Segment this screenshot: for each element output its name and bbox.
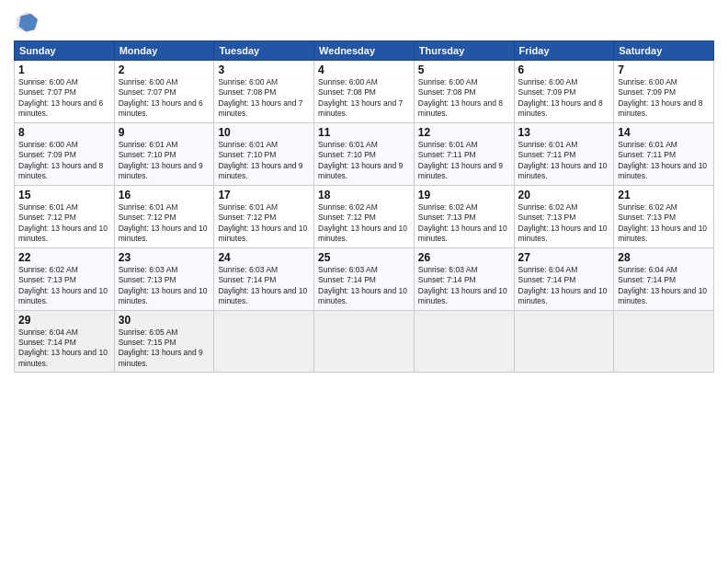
day-info: Sunrise: 6:03 AMSunset: 7:14 PMDaylight:… <box>218 265 310 307</box>
day-number: 9 <box>119 126 210 139</box>
day-info: Sunrise: 6:01 AMSunset: 7:10 PMDaylight:… <box>119 140 210 182</box>
day-number: 26 <box>418 251 510 264</box>
day-number: 2 <box>119 63 210 76</box>
day-number: 27 <box>518 251 610 264</box>
day-number: 30 <box>119 314 210 327</box>
calendar-day-cell <box>514 310 614 373</box>
day-number: 17 <box>218 189 310 201</box>
calendar-day-cell: 4Sunrise: 6:00 AMSunset: 7:08 PMDaylight… <box>314 61 415 123</box>
day-header-thursday: Thursday <box>414 41 514 61</box>
calendar-day-cell: 2Sunrise: 6:00 AMSunset: 7:07 PMDaylight… <box>114 61 214 123</box>
day-info: Sunrise: 6:04 AMSunset: 7:14 PMDaylight:… <box>618 265 710 307</box>
day-number: 20 <box>518 189 610 201</box>
day-info: Sunrise: 6:01 AMSunset: 7:12 PMDaylight:… <box>119 202 210 245</box>
logo <box>14 9 43 35</box>
day-info: Sunrise: 6:00 AMSunset: 7:08 PMDaylight:… <box>318 77 410 120</box>
day-info: Sunrise: 6:00 AMSunset: 7:07 PMDaylight:… <box>119 77 210 120</box>
day-header-friday: Friday <box>514 41 614 61</box>
calendar-day-cell <box>414 310 514 373</box>
calendar: SundayMondayTuesdayWednesdayThursdayFrid… <box>14 40 714 373</box>
calendar-day-cell: 27Sunrise: 6:04 AMSunset: 7:14 PMDayligh… <box>514 247 614 310</box>
calendar-week-row: 22Sunrise: 6:02 AMSunset: 7:13 PMDayligh… <box>15 247 714 310</box>
day-number: 24 <box>218 251 310 264</box>
day-number: 25 <box>318 251 410 264</box>
day-info: Sunrise: 6:01 AMSunset: 7:11 PMDaylight:… <box>618 140 710 182</box>
calendar-day-cell: 1Sunrise: 6:00 AMSunset: 7:07 PMDaylight… <box>15 61 115 123</box>
day-header-sunday: Sunday <box>15 41 115 61</box>
calendar-day-cell: 20Sunrise: 6:02 AMSunset: 7:13 PMDayligh… <box>514 185 614 247</box>
calendar-day-cell: 19Sunrise: 6:02 AMSunset: 7:13 PMDayligh… <box>414 185 514 247</box>
day-header-wednesday: Wednesday <box>314 41 415 61</box>
day-number: 12 <box>418 126 510 139</box>
day-info: Sunrise: 6:01 AMSunset: 7:12 PMDaylight:… <box>18 202 110 245</box>
calendar-day-cell: 26Sunrise: 6:03 AMSunset: 7:14 PMDayligh… <box>414 247 514 310</box>
day-number: 5 <box>418 63 510 76</box>
day-info: Sunrise: 6:03 AMSunset: 7:13 PMDaylight:… <box>119 265 210 307</box>
day-info: Sunrise: 6:01 AMSunset: 7:11 PMDaylight:… <box>518 140 610 182</box>
calendar-day-cell: 14Sunrise: 6:01 AMSunset: 7:11 PMDayligh… <box>614 122 714 185</box>
day-number: 28 <box>618 251 710 264</box>
calendar-day-cell <box>214 310 314 373</box>
day-header-monday: Monday <box>114 41 214 61</box>
header <box>14 9 714 35</box>
day-number: 8 <box>18 126 110 139</box>
calendar-day-cell <box>614 310 714 373</box>
day-info: Sunrise: 6:02 AMSunset: 7:13 PMDaylight:… <box>618 202 710 245</box>
calendar-day-cell <box>314 310 415 373</box>
calendar-day-cell: 12Sunrise: 6:01 AMSunset: 7:11 PMDayligh… <box>414 122 514 185</box>
day-number: 10 <box>218 126 310 139</box>
calendar-week-row: 15Sunrise: 6:01 AMSunset: 7:12 PMDayligh… <box>15 185 714 247</box>
day-number: 1 <box>18 63 110 76</box>
day-header-tuesday: Tuesday <box>214 41 314 61</box>
calendar-day-cell: 11Sunrise: 6:01 AMSunset: 7:10 PMDayligh… <box>314 122 415 185</box>
day-info: Sunrise: 6:03 AMSunset: 7:14 PMDaylight:… <box>418 265 510 307</box>
day-number: 18 <box>318 189 410 201</box>
day-number: 14 <box>618 126 710 139</box>
day-number: 23 <box>119 251 210 264</box>
calendar-day-cell: 8Sunrise: 6:00 AMSunset: 7:09 PMDaylight… <box>15 122 115 185</box>
calendar-day-cell: 28Sunrise: 6:04 AMSunset: 7:14 PMDayligh… <box>614 247 714 310</box>
day-info: Sunrise: 6:00 AMSunset: 7:08 PMDaylight:… <box>218 77 310 120</box>
day-info: Sunrise: 6:00 AMSunset: 7:09 PMDaylight:… <box>618 77 710 120</box>
calendar-day-cell: 15Sunrise: 6:01 AMSunset: 7:12 PMDayligh… <box>15 185 115 247</box>
day-info: Sunrise: 6:01 AMSunset: 7:11 PMDaylight:… <box>418 140 510 182</box>
calendar-header-row: SundayMondayTuesdayWednesdayThursdayFrid… <box>15 41 714 61</box>
day-info: Sunrise: 6:00 AMSunset: 7:07 PMDaylight:… <box>18 77 110 120</box>
day-number: 29 <box>18 314 110 327</box>
day-info: Sunrise: 6:05 AMSunset: 7:15 PMDaylight:… <box>119 327 210 370</box>
logo-icon <box>14 9 40 35</box>
day-number: 3 <box>218 63 310 76</box>
calendar-week-row: 29Sunrise: 6:04 AMSunset: 7:14 PMDayligh… <box>15 310 714 373</box>
day-header-saturday: Saturday <box>614 41 714 61</box>
calendar-day-cell: 16Sunrise: 6:01 AMSunset: 7:12 PMDayligh… <box>114 185 214 247</box>
calendar-day-cell: 25Sunrise: 6:03 AMSunset: 7:14 PMDayligh… <box>314 247 415 310</box>
page: SundayMondayTuesdayWednesdayThursdayFrid… <box>0 0 728 563</box>
calendar-day-cell: 5Sunrise: 6:00 AMSunset: 7:08 PMDaylight… <box>414 61 514 123</box>
calendar-day-cell: 30Sunrise: 6:05 AMSunset: 7:15 PMDayligh… <box>114 310 214 373</box>
calendar-day-cell: 23Sunrise: 6:03 AMSunset: 7:13 PMDayligh… <box>114 247 214 310</box>
calendar-day-cell: 22Sunrise: 6:02 AMSunset: 7:13 PMDayligh… <box>15 247 115 310</box>
calendar-week-row: 8Sunrise: 6:00 AMSunset: 7:09 PMDaylight… <box>15 122 714 185</box>
calendar-day-cell: 7Sunrise: 6:00 AMSunset: 7:09 PMDaylight… <box>614 61 714 123</box>
day-info: Sunrise: 6:01 AMSunset: 7:10 PMDaylight:… <box>318 140 410 182</box>
day-info: Sunrise: 6:02 AMSunset: 7:13 PMDaylight:… <box>418 202 510 245</box>
day-info: Sunrise: 6:03 AMSunset: 7:14 PMDaylight:… <box>318 265 410 307</box>
day-number: 13 <box>518 126 610 139</box>
day-number: 15 <box>18 189 110 201</box>
day-info: Sunrise: 6:04 AMSunset: 7:14 PMDaylight:… <box>518 265 610 307</box>
calendar-day-cell: 24Sunrise: 6:03 AMSunset: 7:14 PMDayligh… <box>214 247 314 310</box>
day-number: 16 <box>119 189 210 201</box>
calendar-week-row: 1Sunrise: 6:00 AMSunset: 7:07 PMDaylight… <box>15 61 714 123</box>
calendar-day-cell: 6Sunrise: 6:00 AMSunset: 7:09 PMDaylight… <box>514 61 614 123</box>
calendar-day-cell: 13Sunrise: 6:01 AMSunset: 7:11 PMDayligh… <box>514 122 614 185</box>
day-info: Sunrise: 6:02 AMSunset: 7:13 PMDaylight:… <box>518 202 610 245</box>
calendar-day-cell: 21Sunrise: 6:02 AMSunset: 7:13 PMDayligh… <box>614 185 714 247</box>
day-info: Sunrise: 6:02 AMSunset: 7:13 PMDaylight:… <box>18 265 110 307</box>
day-number: 7 <box>618 63 710 76</box>
calendar-day-cell: 18Sunrise: 6:02 AMSunset: 7:12 PMDayligh… <box>314 185 415 247</box>
calendar-day-cell: 3Sunrise: 6:00 AMSunset: 7:08 PMDaylight… <box>214 61 314 123</box>
day-info: Sunrise: 6:04 AMSunset: 7:14 PMDaylight:… <box>18 327 110 370</box>
day-info: Sunrise: 6:00 AMSunset: 7:09 PMDaylight:… <box>518 77 610 120</box>
day-info: Sunrise: 6:00 AMSunset: 7:08 PMDaylight:… <box>418 77 510 120</box>
day-number: 21 <box>618 189 710 201</box>
